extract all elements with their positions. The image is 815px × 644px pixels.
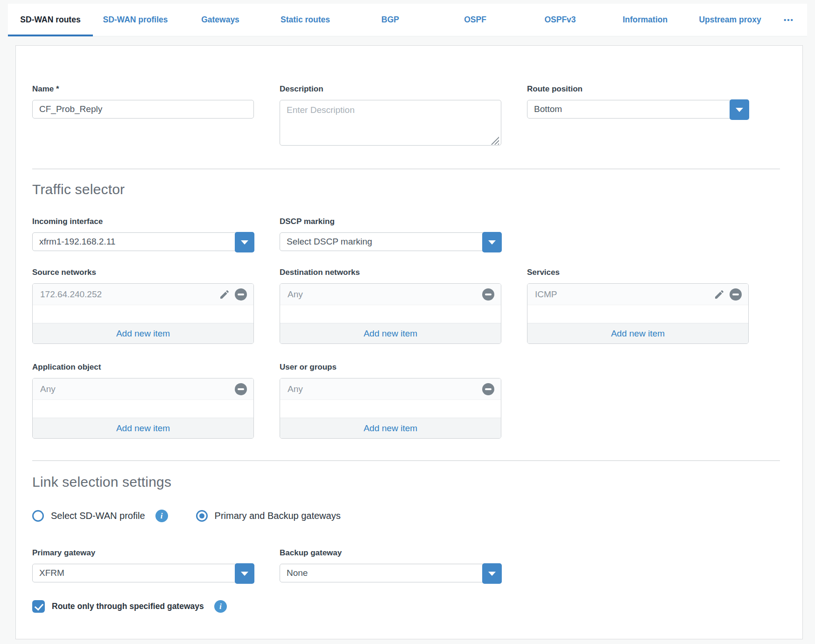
radio-primary-backup-gateways[interactable]: Primary and Backup gateways (196, 510, 341, 522)
remove-item-icon[interactable] (482, 383, 494, 395)
radio-select-sdwan-profile[interactable]: Select SD-WAN profile (32, 510, 145, 522)
application-object-listbox: Any Add new item (32, 378, 254, 439)
name-label: Name * (32, 84, 254, 94)
services-listbox: ICMP Add new item (527, 283, 749, 344)
radio-primary-backup-label: Primary and Backup gateways (215, 511, 341, 521)
tab-sdwan-routes[interactable]: SD-WAN routes (8, 4, 93, 36)
incoming-interface-select[interactable]: xfrm1-192.168.2.11 (32, 232, 254, 251)
add-new-item-button[interactable]: Add new item (280, 418, 501, 438)
primary-gateway-select[interactable]: XFRM (32, 564, 254, 582)
user-or-groups-item-text: Any (288, 384, 482, 394)
route-position-dropdown-button[interactable] (730, 99, 749, 120)
user-or-groups-listbox: Any Add new item (280, 378, 501, 439)
more-tabs-ellipsis-icon[interactable]: ••• (773, 4, 805, 36)
remove-item-icon[interactable] (730, 288, 742, 301)
tab-ospfv3[interactable]: OSPFv3 (518, 4, 603, 36)
tab-upstream-proxy[interactable]: Upstream proxy (688, 4, 773, 36)
service-item-text: ICMP (535, 289, 714, 300)
route-position-label: Route position (527, 84, 749, 94)
tab-ospf[interactable]: OSPF (433, 4, 518, 36)
description-textarea[interactable] (280, 100, 501, 146)
tab-static-routes[interactable]: Static routes (263, 4, 348, 36)
list-item: 172.64.240.252 (33, 284, 253, 305)
dscp-marking-dropdown-button[interactable] (482, 232, 502, 252)
application-object-label: Application object (32, 363, 254, 372)
add-new-item-button[interactable]: Add new item (527, 323, 748, 343)
chevron-down-icon (241, 572, 248, 576)
list-item: Any (280, 378, 501, 400)
tab-sdwan-profiles[interactable]: SD-WAN profiles (93, 4, 178, 36)
primary-gateway-value: XFRM (33, 564, 253, 582)
destination-network-item-text: Any (288, 289, 482, 300)
backup-gateway-label: Backup gateway (280, 548, 501, 558)
remove-item-icon[interactable] (235, 383, 247, 395)
section-divider (32, 168, 780, 169)
incoming-interface-value: xfrm1-192.168.2.11 (33, 233, 253, 251)
traffic-selector-heading: Traffic selector (32, 182, 780, 197)
edit-pencil-icon[interactable] (219, 289, 230, 300)
list-item: Any (33, 378, 253, 400)
link-selection-radio-row: Select SD-WAN profile i Primary and Back… (32, 510, 780, 522)
info-icon[interactable]: i (214, 600, 227, 613)
route-only-checkbox[interactable] (32, 600, 45, 613)
source-networks-listbox: 172.64.240.252 Add new item (32, 283, 254, 344)
backup-gateway-value: None (280, 564, 501, 582)
info-icon[interactable]: i (155, 510, 168, 522)
incoming-interface-dropdown-button[interactable] (235, 232, 254, 252)
destination-networks-listbox: Any Add new item (280, 283, 501, 344)
sdwan-route-form-card: Name * Description Route position Bottom… (15, 45, 803, 639)
list-item: Any (280, 284, 501, 305)
route-position-value: Bottom (527, 100, 748, 118)
interface-dscp-row: Incoming interface xfrm1-192.168.2.11 DS… (32, 217, 780, 251)
source-network-item-text: 172.64.240.252 (40, 289, 219, 300)
route-only-row: Route only through specified gateways i (32, 600, 780, 613)
add-new-item-button[interactable]: Add new item (33, 418, 253, 438)
add-new-item-button[interactable]: Add new item (280, 323, 501, 343)
tab-gateways[interactable]: Gateways (178, 4, 263, 36)
radio-button-icon[interactable] (32, 510, 44, 522)
radio-sdwan-profile-label: Select SD-WAN profile (51, 511, 145, 521)
routing-tab-bar: SD-WAN routes SD-WAN profiles Gateways S… (8, 4, 807, 36)
section-divider (32, 460, 780, 461)
networks-services-row: Source networks 172.64.240.252 Add new i… (32, 268, 780, 344)
general-settings-row: Name * Description Route position Bottom (32, 84, 780, 147)
dscp-marking-label: DSCP marking (280, 217, 501, 226)
incoming-interface-label: Incoming interface (32, 217, 254, 226)
dscp-marking-value: Select DSCP marking (280, 233, 501, 251)
chevron-down-icon (736, 108, 743, 112)
dscp-marking-select[interactable]: Select DSCP marking (280, 232, 501, 251)
remove-item-icon[interactable] (482, 288, 494, 301)
primary-gateway-label: Primary gateway (32, 548, 254, 558)
source-networks-label: Source networks (32, 268, 254, 277)
backup-gateway-dropdown-button[interactable] (482, 563, 502, 584)
name-input[interactable] (32, 100, 254, 119)
route-only-label: Route only through specified gateways (52, 602, 204, 611)
destination-networks-label: Destination networks (280, 268, 501, 277)
chevron-down-icon (488, 240, 496, 245)
remove-item-icon[interactable] (235, 288, 247, 301)
primary-gateway-dropdown-button[interactable] (235, 563, 254, 584)
application-object-item-text: Any (40, 384, 235, 394)
list-item: ICMP (527, 284, 748, 305)
add-new-item-button[interactable]: Add new item (33, 323, 253, 343)
chevron-down-icon (488, 572, 496, 576)
tab-bgp[interactable]: BGP (348, 4, 433, 36)
application-users-row: Application object Any Add new item User… (32, 363, 780, 439)
tab-information[interactable]: Information (603, 4, 688, 36)
description-label: Description (280, 84, 501, 94)
gateways-row: Primary gateway XFRM Backup gateway None (32, 548, 780, 582)
user-or-groups-label: User or groups (280, 363, 501, 372)
edit-pencil-icon[interactable] (714, 289, 725, 300)
radio-button-selected-icon[interactable] (196, 510, 208, 522)
services-label: Services (527, 268, 749, 277)
route-position-select[interactable]: Bottom (527, 100, 749, 119)
chevron-down-icon (241, 240, 248, 245)
link-selection-heading: Link selection settings (32, 474, 780, 490)
backup-gateway-select[interactable]: None (280, 564, 501, 582)
